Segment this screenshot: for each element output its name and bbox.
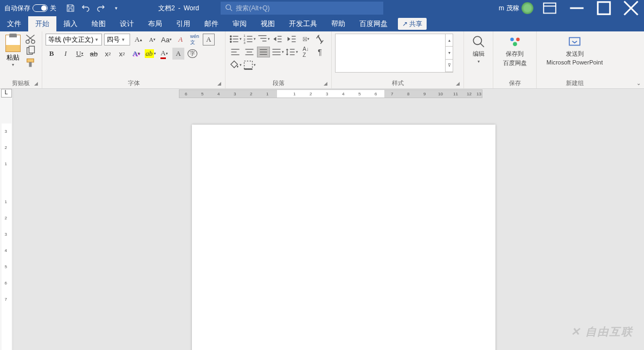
clipboard-launcher[interactable]: ◢ [34, 81, 41, 87]
paragraph-launcher[interactable]: ◢ [324, 81, 330, 87]
char-border-icon[interactable]: A [203, 34, 215, 46]
italic-button[interactable]: I [60, 48, 72, 60]
format-painter-icon[interactable] [25, 57, 36, 68]
decrease-indent-icon[interactable] [271, 34, 284, 44]
svg-line-37 [318, 36, 322, 43]
share-icon: ↗ [402, 20, 408, 28]
svg-line-1 [230, 9, 233, 11]
tab-draw[interactable]: 绘图 [85, 16, 113, 31]
save-icon[interactable] [66, 4, 75, 12]
tab-layout[interactable]: 布局 [141, 16, 169, 31]
shading-icon[interactable]: ▾ [229, 60, 242, 70]
change-case-icon[interactable]: Aa▾ [160, 34, 172, 46]
subscript-button[interactable]: x2 [102, 48, 114, 60]
svg-line-59 [480, 43, 484, 47]
paste-button[interactable]: 粘贴 ▾ [3, 34, 23, 68]
gallery-more-icon[interactable]: ⊽ [446, 60, 453, 72]
group-clipboard: 粘贴 ▾ 剪贴板 ◢ [0, 31, 42, 88]
search-large-icon [472, 35, 486, 49]
cut-icon[interactable] [25, 34, 36, 44]
phonetic-icon[interactable]: wén文 [189, 34, 201, 46]
user-account[interactable]: m 茂稼 [499, 2, 533, 14]
ribbon-tabs: 文件 开始 插入 绘图 设计 布局 引用 邮件 审阅 视图 开发工具 帮助 百度… [0, 16, 644, 31]
tab-view[interactable]: 视图 [254, 16, 282, 31]
align-distribute-icon[interactable]: ▾ [271, 47, 284, 57]
collapse-ribbon-icon[interactable]: ⌄ [636, 80, 641, 86]
tab-home[interactable]: 开始 [28, 16, 56, 31]
font-color-icon[interactable]: A▾ [158, 48, 170, 60]
gallery-up-icon[interactable]: ▴ [446, 34, 453, 47]
svg-point-9 [31, 40, 35, 43]
svg-point-60 [510, 37, 514, 41]
save-baidu-button[interactable]: 保存到 百度网盘 [497, 34, 533, 68]
align-center-icon[interactable] [243, 47, 256, 57]
copy-icon[interactable] [25, 46, 36, 56]
line-spacing-icon[interactable]: ▾ [285, 47, 298, 57]
shrink-font-icon[interactable]: A▾ [146, 34, 158, 46]
baidu-icon [508, 35, 522, 49]
styles-gallery[interactable]: ▴ ▾ ⊽ [335, 34, 453, 73]
maximize-button[interactable] [593, 0, 615, 16]
autosave-toggle[interactable]: 自动保存 关 [0, 4, 61, 13]
undo-icon[interactable] [81, 4, 90, 12]
char-shading-icon[interactable]: A [172, 48, 184, 60]
font-name-combo[interactable]: 等线 (中文正文)▾ [46, 34, 102, 46]
avatar-icon [521, 2, 533, 14]
svg-point-17 [230, 38, 232, 40]
gallery-down-icon[interactable]: ▾ [446, 47, 453, 59]
bold-button[interactable]: B [46, 48, 57, 60]
align-justify-icon[interactable] [257, 47, 270, 57]
underline-button[interactable]: U▾ [74, 48, 86, 60]
tab-developer[interactable]: 开发工具 [282, 16, 324, 31]
group-newgroup: 发送到 Microsoft PowerPoint 新建组 [537, 31, 613, 88]
sort-icon[interactable]: A↓Z [299, 47, 312, 57]
bullets-icon[interactable]: ▾ [229, 34, 242, 44]
ribbon-display-options[interactable] [539, 0, 561, 16]
tab-design[interactable]: 设计 [113, 16, 141, 31]
tab-mailings[interactable]: 邮件 [197, 16, 226, 31]
redo-icon[interactable] [96, 4, 105, 12]
tab-references[interactable]: 引用 [169, 16, 197, 31]
numbering-icon[interactable]: 123▾ [243, 34, 256, 44]
send-ppt-button[interactable]: 发送到 Microsoft PowerPoint [540, 34, 609, 67]
horizontal-ruler[interactable]: 6 5 4 3 2 1 1 2 3 4 5 6 7 8 9 10 11 12 1… [13, 89, 644, 99]
tab-file[interactable]: 文件 [0, 16, 28, 31]
search-input[interactable]: 搜索(Alt+Q) [221, 2, 383, 15]
strikethrough-button[interactable]: ab [88, 48, 100, 60]
close-button[interactable] [620, 0, 642, 16]
svg-line-10 [27, 35, 34, 41]
clear-format-icon[interactable]: A [175, 34, 186, 46]
share-button[interactable]: ↗ 共享 [398, 18, 427, 30]
tab-baidu[interactable]: 百度网盘 [352, 16, 395, 31]
vertical-ruler[interactable]: L 3 2 1 1 2 3 4 5 6 7 [0, 89, 13, 350]
tab-help[interactable]: 帮助 [324, 16, 352, 31]
borders-icon[interactable]: ▾ [243, 60, 256, 70]
styles-launcher[interactable]: ◢ [456, 81, 462, 87]
asian-layout-icon[interactable]: ☒▾ [299, 34, 312, 44]
tab-insert[interactable]: 插入 [56, 16, 85, 31]
multilevel-icon[interactable]: ▾ [257, 34, 270, 44]
grow-font-icon[interactable]: A▴ [132, 34, 144, 46]
superscript-button[interactable]: x2 [116, 48, 128, 60]
document-area: L 3 2 1 1 2 3 4 5 6 7 6 5 4 3 2 1 1 [0, 89, 644, 350]
qat-dropdown-icon[interactable]: ▾ [112, 4, 120, 12]
quick-access-toolbar: ▾ [61, 4, 126, 12]
page-1[interactable] [192, 125, 495, 350]
increase-indent-icon[interactable] [285, 34, 298, 44]
document-canvas[interactable] [13, 99, 644, 350]
group-edit: 编辑 ▾ [464, 31, 493, 88]
font-size-combo[interactable]: 四号▾ [104, 34, 130, 46]
enclose-char-icon[interactable]: 字 [186, 48, 198, 60]
align-left-icon[interactable] [229, 47, 242, 57]
minimize-button[interactable] [566, 0, 588, 16]
edit-button[interactable]: 编辑 ▾ [467, 34, 490, 65]
tab-selector[interactable]: L [1, 89, 12, 98]
show-marks-icon[interactable] [313, 34, 326, 44]
group-label-paragraph: 段落 [229, 79, 328, 87]
toggle-switch-icon [33, 4, 48, 12]
paragraph-marks-icon[interactable]: ¶ [313, 47, 326, 57]
text-effects-icon[interactable]: A▾ [130, 48, 142, 60]
font-launcher[interactable]: ◢ [217, 81, 224, 87]
highlight-icon[interactable]: ab▾ [144, 48, 156, 60]
tab-review[interactable]: 审阅 [226, 16, 254, 31]
